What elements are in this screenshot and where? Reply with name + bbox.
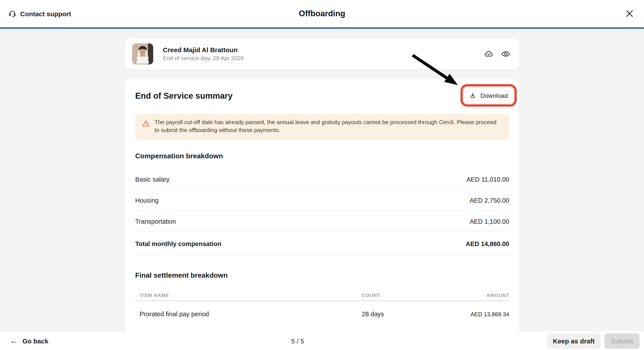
- go-back-button[interactable]: ← Go back: [10, 337, 48, 345]
- modal-header: Contact support Offboarding: [0, 0, 644, 27]
- avatar: [132, 43, 153, 64]
- headset-icon: [8, 10, 16, 17]
- offboarding-modal: Contact support Offboarding: [0, 0, 644, 350]
- download-icon: [470, 92, 476, 99]
- row-label: Transportation: [135, 218, 176, 225]
- row-label: Housing: [135, 197, 158, 204]
- download-button[interactable]: Download: [463, 87, 514, 104]
- final-settlement-title: Final settlement breakdown: [135, 272, 509, 279]
- employee-card: Creed Majid Al Brattoun End of service d…: [125, 38, 519, 69]
- settlement-table-header: ITEM NAME COUNT AMOUNT: [135, 290, 509, 301]
- end-of-service-summary-card: End of Service summary The payroll cut-o…: [125, 79, 519, 332]
- compensation-breakdown-title: Compensation breakdown: [135, 152, 509, 160]
- compensation-total-row: Total monthly compensation AED 14,860.00: [135, 232, 509, 256]
- row-label: Basic salary: [135, 176, 170, 183]
- download-label: Download: [480, 92, 508, 99]
- close-icon: [625, 9, 634, 18]
- warning-banner: The payroll cut-off date has already pas…: [135, 114, 509, 140]
- employee-name: Creed Majid Al Brattoun: [163, 46, 244, 53]
- contact-support-button[interactable]: Contact support: [8, 10, 71, 17]
- progress-bar: [0, 27, 644, 29]
- warning-text: The payroll cut-off date has already pas…: [154, 118, 502, 134]
- cell-item-name: Prorated final pay period: [135, 311, 362, 318]
- cell-amount: AED 13,869.34: [422, 311, 509, 317]
- keep-as-draft-button[interactable]: Keep as draft: [547, 333, 600, 349]
- settlement-table-row: Prorated final pay period 28 days AED 13…: [135, 301, 509, 318]
- row-value: AED 1,100.00: [470, 218, 509, 225]
- column-header-amount: AMOUNT: [422, 293, 509, 298]
- column-header-item-name: ITEM NAME: [135, 293, 362, 298]
- end-of-service-date: End of service day: 28 Apr 2026: [163, 55, 244, 61]
- row-value: AED 2,750.00: [470, 197, 509, 204]
- employee-card-actions: [484, 49, 510, 58]
- warning-icon: [142, 119, 150, 128]
- close-button[interactable]: [624, 8, 635, 19]
- contact-support-label: Contact support: [20, 10, 71, 17]
- compensation-row: Transportation AED 1,100.00: [135, 211, 509, 232]
- eye-button[interactable]: [501, 49, 510, 58]
- row-label: Total monthly compensation: [135, 240, 222, 247]
- eye-icon: [501, 49, 510, 58]
- footer-actions: Keep as draft Submit: [547, 333, 640, 349]
- back-arrow-icon: ←: [10, 337, 18, 345]
- cloud-check-button[interactable]: [484, 49, 494, 58]
- step-indicator: 5 / 5: [291, 337, 304, 345]
- employee-meta: Creed Majid Al Brattoun End of service d…: [163, 46, 244, 61]
- row-value: AED 11,010.00: [466, 176, 509, 183]
- cell-count: 28 days: [362, 311, 422, 318]
- row-value: AED 14,860.00: [466, 240, 509, 247]
- modal-footer: ← Go back 5 / 5 Keep as draft Submit: [0, 332, 644, 350]
- compensation-row: Basic salary AED 11,010.00: [135, 169, 509, 190]
- summary-title: End of Service summary: [135, 91, 509, 101]
- page-title: Offboarding: [0, 9, 644, 18]
- column-header-count: COUNT: [362, 293, 422, 298]
- go-back-label: Go back: [22, 337, 48, 345]
- submit-button[interactable]: Submit: [604, 333, 640, 349]
- compensation-row: Housing AED 2,750.00: [135, 190, 509, 211]
- compensation-rows: Basic salary AED 11,010.00 Housing AED 2…: [135, 169, 509, 256]
- cloud-check-icon: [484, 49, 494, 58]
